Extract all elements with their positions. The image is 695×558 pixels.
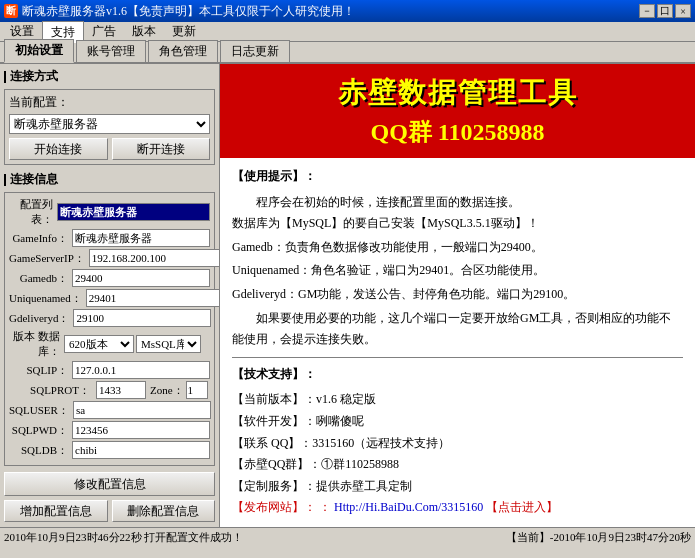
connection-method-title: 连接方式 bbox=[4, 68, 215, 85]
tab-account-mgmt[interactable]: 账号管理 bbox=[76, 40, 146, 63]
sqlprot-row: SQLPROT： Zone： bbox=[9, 381, 210, 399]
uniquenamed-row: Uniquenamed： bbox=[9, 289, 210, 307]
conn-info-section: 配置列表： GameInfo： GameServerIP： Gamedb： Un… bbox=[4, 192, 215, 466]
tech-qq: 【联系 QQ】：3315160（远程技术支持） bbox=[232, 433, 683, 455]
config-list-label: 配置列表： bbox=[9, 197, 57, 227]
sqlip-label: SQLIP： bbox=[9, 363, 72, 378]
tips-title: 【使用提示】： bbox=[232, 166, 683, 188]
gameserverip-row: GameServerIP： bbox=[9, 249, 210, 267]
sqlprot-label: SQLPROT： bbox=[9, 383, 94, 398]
tip4: Uniquenamed：角色名验证，端口为29401。合区功能使用。 bbox=[232, 260, 683, 282]
version-row: 版本 数据库： 620版本 MsSQL库 bbox=[9, 329, 210, 359]
sqldb-input[interactable] bbox=[72, 441, 210, 459]
gameserverip-input[interactable] bbox=[89, 249, 220, 267]
tip2: 数据库为【MySQL】的要自己安装【MySQL3.5.1驱动】！ bbox=[232, 213, 683, 235]
delete-config-button[interactable]: 删除配置信息 bbox=[112, 500, 216, 522]
db-type-select[interactable]: MsSQL库 bbox=[136, 335, 201, 353]
menu-ads[interactable]: 广告 bbox=[84, 21, 124, 42]
sqlpwd-input[interactable] bbox=[72, 421, 210, 439]
sqlpwd-label: SQLPWD： bbox=[9, 423, 72, 438]
maximize-button[interactable]: 口 bbox=[657, 4, 673, 18]
status-bar: 2010年10月9日23时46分22秒 打开配置文件成功！ 【当前】-2010年… bbox=[0, 527, 695, 547]
status-left: 2010年10月9日23时46分22秒 打开配置文件成功！ bbox=[4, 530, 243, 545]
sqlprot-input[interactable] bbox=[96, 381, 146, 399]
uniquenamed-label: Uniquenamed： bbox=[9, 291, 86, 306]
current-config-label: 当前配置： bbox=[9, 94, 210, 111]
minimize-button[interactable]: － bbox=[639, 4, 655, 18]
content-area: 连接方式 当前配置： 断魂赤壁服务器 开始连接 断开连接 连接信息 配置列表： bbox=[0, 64, 695, 527]
right-panel: 赤壁数据管理工具 QQ群 110258988 【使用提示】： 程序会在初始的时候… bbox=[220, 64, 695, 527]
gameinfo-row: GameInfo： bbox=[9, 229, 210, 247]
tab-bar: 初始设置 账号管理 角色管理 日志更新 bbox=[0, 42, 695, 64]
add-config-button[interactable]: 增加配置信息 bbox=[4, 500, 108, 522]
right-header: 赤壁数据管理工具 QQ群 110258988 bbox=[220, 64, 695, 158]
sqluser-row: SQLUSER： bbox=[9, 401, 210, 419]
menu-bar: 设置 支持 广告 版本 更新 bbox=[0, 22, 695, 42]
current-config-select[interactable]: 断魂赤壁服务器 bbox=[9, 114, 210, 134]
tip6: 如果要使用必要的功能，这几个端口一定要开放给GM工具，否则相应的功能不能使用，会… bbox=[232, 308, 683, 351]
gamedb-input[interactable] bbox=[72, 269, 210, 287]
header-qq: QQ群 110258988 bbox=[236, 116, 679, 148]
connection-method-section: 当前配置： 断魂赤壁服务器 开始连接 断开连接 bbox=[4, 89, 215, 165]
left-panel: 连接方式 当前配置： 断魂赤壁服务器 开始连接 断开连接 连接信息 配置列表： bbox=[0, 64, 220, 527]
tab-log-update[interactable]: 日志更新 bbox=[220, 40, 290, 63]
version-label: 版本 数据库： bbox=[9, 329, 64, 359]
gameinfo-label: GameInfo： bbox=[9, 231, 72, 246]
divider bbox=[232, 357, 683, 358]
status-right: 【当前】-2010年10月9日23时47分20秒 bbox=[506, 530, 691, 545]
sqluser-input[interactable] bbox=[73, 401, 211, 419]
sqluser-label: SQLUSER： bbox=[9, 403, 73, 418]
app-icon: 断 bbox=[4, 4, 18, 18]
website-link[interactable]: Http://Hi.BaiDu.Com/3315160 bbox=[334, 500, 483, 514]
tip5: Gdeliveryd：GM功能，发送公告、封停角色功能。端口为29100。 bbox=[232, 284, 683, 306]
title-bar: 断 断魂赤壁服务器v1.6【免责声明】本工具仅限于个人研究使用！ － 口 × bbox=[0, 0, 695, 22]
gameinfo-input[interactable] bbox=[72, 229, 210, 247]
sqlip-row: SQLIP： bbox=[9, 361, 210, 379]
tech-custom: 【定制服务】：提供赤壁工具定制 bbox=[232, 476, 683, 498]
right-body: 【使用提示】： 程序会在初始的时候，连接配置里面的数据连接。 数据库为【MySQ… bbox=[220, 158, 695, 527]
version-select[interactable]: 620版本 bbox=[64, 335, 134, 353]
connect-button[interactable]: 开始连接 bbox=[9, 138, 108, 160]
sqlpwd-row: SQLPWD： bbox=[9, 421, 210, 439]
header-title: 赤壁数据管理工具 bbox=[236, 74, 679, 112]
tab-initial-setup[interactable]: 初始设置 bbox=[4, 39, 74, 63]
menu-update[interactable]: 更新 bbox=[164, 21, 204, 42]
gdeliveryd-input[interactable] bbox=[73, 309, 211, 327]
config-list-input[interactable] bbox=[57, 203, 210, 221]
tech-title: 【技术支持】： bbox=[232, 364, 683, 386]
tip3: Gamedb：负责角色数据修改功能使用，一般端口为29400。 bbox=[232, 237, 683, 259]
tech-website: 【发布网站】： ： Http://Hi.BaiDu.Com/3315160 【点… bbox=[232, 497, 683, 519]
menu-version[interactable]: 版本 bbox=[124, 21, 164, 42]
tech-chibi-qq: 【赤壁QQ群】：①群110258988 bbox=[232, 454, 683, 476]
conn-info-title: 连接信息 bbox=[4, 171, 215, 188]
zone-label: Zone： bbox=[150, 383, 184, 398]
tech-dev: 【软件开发】：咧嘴傻呢 bbox=[232, 411, 683, 433]
config-list-row: 配置列表： bbox=[9, 197, 210, 227]
gamedb-row: Gamedb： bbox=[9, 269, 210, 287]
tech-version: 【当前版本】：v1.6 稳定版 bbox=[232, 389, 683, 411]
close-button[interactable]: × bbox=[675, 4, 691, 18]
gdeliveryd-label: Gdeliveryd： bbox=[9, 311, 73, 326]
gamedb-label: Gamedb： bbox=[9, 271, 72, 286]
zone-input[interactable] bbox=[186, 381, 208, 399]
uniquenamed-input[interactable] bbox=[86, 289, 220, 307]
gdeliveryd-row: Gdeliveryd： bbox=[9, 309, 210, 327]
sqlip-input[interactable] bbox=[72, 361, 210, 379]
tab-role-mgmt[interactable]: 角色管理 bbox=[148, 40, 218, 63]
disconnect-button[interactable]: 断开连接 bbox=[112, 138, 211, 160]
tip1: 程序会在初始的时候，连接配置里面的数据连接。 bbox=[232, 192, 683, 214]
window-title: 断魂赤壁服务器v1.6【免责声明】本工具仅限于个人研究使用！ bbox=[22, 3, 355, 20]
modify-config-button[interactable]: 修改配置信息 bbox=[4, 472, 215, 496]
sqldb-row: SQLDB： bbox=[9, 441, 210, 459]
gameserverip-label: GameServerIP： bbox=[9, 251, 89, 266]
website-enter-link[interactable]: 【点击进入】 bbox=[486, 500, 558, 514]
sqldb-label: SQLDB： bbox=[9, 443, 72, 458]
